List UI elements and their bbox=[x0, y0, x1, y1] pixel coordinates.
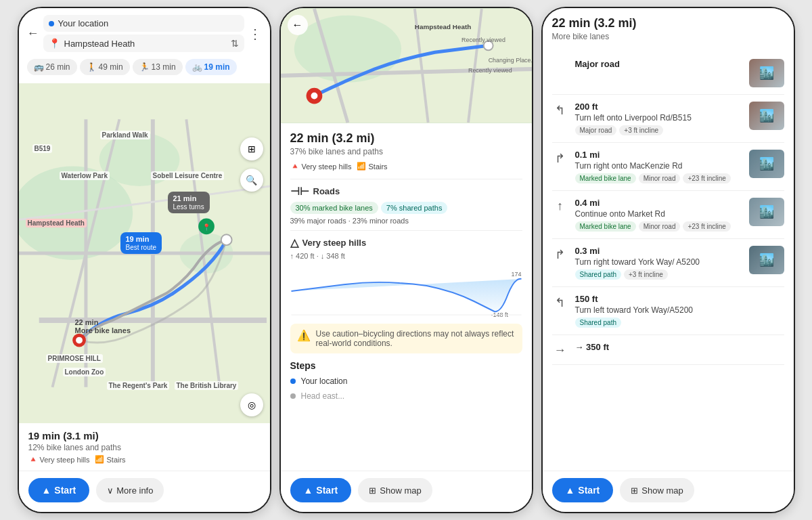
roads-label: ⊣⊢ Roads bbox=[290, 185, 522, 198]
step-next: Head east... bbox=[290, 391, 522, 401]
turn-item-1[interactable]: ↱ 0.1 mi Turn right onto MacKenzie Rd Ma… bbox=[552, 143, 784, 191]
tag-shared-3: Shared path bbox=[575, 269, 622, 280]
map-label-primrose: PRIMROSE HILL bbox=[46, 354, 103, 363]
svg-text:Hampstead Heath: Hampstead Heath bbox=[414, 23, 470, 30]
turn-right-icon-3: ↱ bbox=[552, 247, 568, 262]
more-distance: → 350 ft bbox=[575, 342, 784, 352]
svg-text:📍: 📍 bbox=[202, 223, 211, 232]
svg-text:Recently viewed: Recently viewed bbox=[468, 67, 512, 74]
start-icon-3: ▲ bbox=[566, 485, 575, 496]
destination-input[interactable]: 📍 Hampstead Heath ⇅ bbox=[43, 35, 244, 52]
road-bar-marked: 30% marked bike lanes bbox=[290, 202, 378, 214]
turn-detail-3: 0.3 mi Turn right toward York Way/ A5200… bbox=[575, 246, 742, 280]
more-info-button[interactable]: ∨ More info bbox=[96, 478, 164, 502]
phone3-header: 22 min (3.2 mi) More bike lanes bbox=[543, 8, 794, 52]
route-badge-less-turns[interactable]: 21 minLess turns bbox=[168, 192, 210, 213]
start-button-phone3[interactable]: ▲ Start bbox=[552, 478, 614, 502]
route-bike-percent: 12% bike lanes and paths bbox=[28, 443, 261, 452]
distance-0: 200 ft bbox=[575, 102, 742, 112]
tag-bike-lane-1: Marked bike lane bbox=[575, 173, 636, 183]
map-label-regents: The Regent's Park bbox=[107, 381, 170, 390]
show-map-icon-3: ⊞ bbox=[631, 485, 638, 496]
start-nav-icon: ▲ bbox=[42, 485, 51, 496]
chevron-down-icon: ∨ bbox=[107, 485, 114, 496]
svg-text:174 ft: 174 ft bbox=[511, 271, 522, 278]
hills-label: △ Very steep hills bbox=[290, 236, 522, 249]
phone-1: ← Your location 📍 Hampstead Heath ⇅ ⋮ 🚌 … bbox=[18, 7, 271, 513]
step-next-label: Head east... bbox=[301, 391, 345, 401]
turn-photo-2: 🏙️ bbox=[749, 198, 784, 226]
start-button-phone2[interactable]: ▲ Start bbox=[290, 478, 352, 502]
arrow-right-icon: → bbox=[552, 343, 568, 358]
back-button[interactable]: ← bbox=[27, 26, 39, 41]
desc-3: Turn right toward York Way/ A5200 bbox=[575, 257, 742, 267]
turn-item-4[interactable]: ↰ 150 ft Turn left toward York Way/A5200… bbox=[552, 287, 784, 335]
step-start: Your location bbox=[290, 376, 522, 386]
phone-2: ← Hampstead Heath Recently viewed Changi… bbox=[279, 7, 533, 513]
turn-detail-4: 150 ft Turn left toward York Way/A5200 S… bbox=[575, 294, 784, 328]
badge-stairs: 📶 Stairs bbox=[357, 162, 387, 171]
tab-bike[interactable]: 🚲 19 min bbox=[185, 59, 237, 75]
roads-icon: ⊣⊢ bbox=[290, 185, 309, 198]
hills-icon: △ bbox=[290, 236, 298, 249]
distance-1: 0.1 mi bbox=[575, 150, 742, 160]
hills-sub: ↑ 420 ft · ↓ 348 ft bbox=[290, 252, 522, 260]
turn-left-icon-0: ↰ bbox=[552, 103, 568, 118]
straight-icon-2: ↑ bbox=[552, 199, 568, 213]
svg-text:Recently viewed: Recently viewed bbox=[461, 37, 505, 43]
step-dot-icon2 bbox=[290, 393, 296, 399]
tab-run[interactable]: 🏃 13 min bbox=[133, 59, 183, 75]
start-button[interactable]: ▲ Start bbox=[28, 478, 90, 502]
location-inputs: Your location 📍 Hampstead Heath ⇅ bbox=[43, 15, 244, 52]
svg-point-23 bbox=[311, 93, 317, 100]
route-badge-best[interactable]: 19 minBest route bbox=[120, 232, 162, 254]
tab-transit[interactable]: 🚌 26 min bbox=[27, 59, 77, 75]
back-button-phone2[interactable]: ← bbox=[288, 15, 308, 35]
hills-section: △ Very steep hills ↑ 420 ft · ↓ 348 ft bbox=[290, 236, 522, 318]
turn-item-2[interactable]: ↑ 0.4 mi Continue onto Market Rd Marked … bbox=[552, 191, 784, 239]
turn-photo-1: 🏙️ bbox=[749, 150, 784, 178]
distance-4: 150 ft bbox=[575, 294, 784, 304]
route-summary-card: 19 min (3.1 mi) 12% bike lanes and paths… bbox=[19, 423, 270, 471]
location-button[interactable]: ◎ bbox=[240, 393, 263, 416]
more-options-icon[interactable]: ⋮ bbox=[248, 26, 262, 42]
desc-1: Turn right onto MacKenzie Rd bbox=[575, 161, 742, 171]
phone1-header: ← Your location 📍 Hampstead Heath ⇅ ⋮ 🚌 … bbox=[19, 8, 270, 83]
turn-photo-3: 🏙️ bbox=[749, 246, 784, 274]
origin-input[interactable]: Your location bbox=[43, 15, 244, 32]
origin-label: Your location bbox=[58, 18, 109, 28]
tag-incline-3: +3 ft incline bbox=[624, 269, 668, 280]
badge-hills: 🔺 Very steep hills bbox=[290, 162, 352, 171]
turn-distance-top: Major road bbox=[575, 59, 742, 69]
road-bars: 30% marked bike lanes 7% shared paths bbox=[290, 202, 522, 214]
turn-item-3[interactable]: ↱ 0.3 mi Turn right toward York Way/ A52… bbox=[552, 239, 784, 287]
layers-button[interactable]: ⊞ bbox=[240, 137, 263, 160]
zoom-button[interactable]: 🔍 bbox=[240, 169, 263, 192]
step-dot-icon bbox=[290, 378, 296, 384]
swap-icon[interactable]: ⇅ bbox=[231, 38, 239, 49]
map-label-more-bike: 22 minMore bike lanes bbox=[73, 318, 133, 335]
origin-dot-icon bbox=[49, 21, 54, 26]
caution-icon: ⚠️ bbox=[297, 329, 311, 342]
tag-bike-lane-2: Marked bike lane bbox=[575, 221, 636, 232]
tag-shared-4: Shared path bbox=[575, 318, 622, 328]
map-label-walk: Parkland Walk bbox=[100, 131, 150, 139]
start-icon-2: ▲ bbox=[304, 485, 313, 496]
svg-point-12 bbox=[76, 337, 83, 344]
distance-3: 0.3 mi bbox=[575, 246, 742, 256]
map-label-waterlow: Waterlow Park bbox=[60, 171, 110, 180]
phone2-map: ← Hampstead Heath Recently viewed Changi… bbox=[281, 8, 532, 123]
tab-walk[interactable]: 🚶 49 min bbox=[80, 59, 130, 75]
turn-photo-0: 🏙️ bbox=[749, 102, 784, 130]
turn-by-turn-list: Major road 🏙️ ↰ 200 ft Turn left onto Li… bbox=[543, 52, 794, 471]
tag-minor-1: Minor road bbox=[639, 173, 681, 183]
destination-pin-icon: 📍 bbox=[49, 38, 60, 49]
turn-item-0[interactable]: ↰ 200 ft Turn left onto Liverpool Rd/B51… bbox=[552, 95, 784, 143]
desc-0: Turn left onto Liverpool Rd/B515 bbox=[575, 113, 742, 123]
show-map-button-phone2[interactable]: ⊞ Show map bbox=[358, 478, 432, 502]
svg-text:Changing Place...: Changing Place... bbox=[488, 57, 531, 64]
destination-label: Hampstead Heath bbox=[64, 39, 135, 49]
tag-incline-2: +23 ft incline bbox=[683, 221, 730, 232]
turn-right-icon-1: ↱ bbox=[552, 151, 568, 166]
show-map-button-phone3[interactable]: ⊞ Show map bbox=[620, 478, 694, 502]
